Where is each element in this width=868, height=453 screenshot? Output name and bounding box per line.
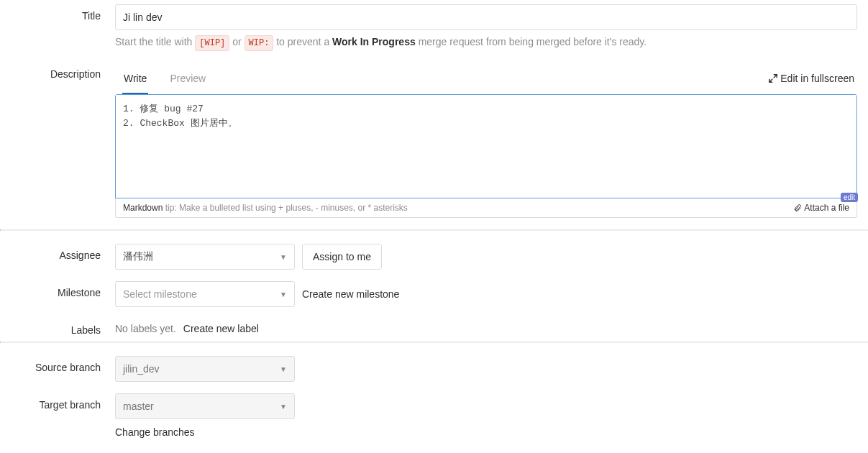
tab-preview[interactable]: Preview: [168, 63, 207, 94]
expand-icon: [769, 74, 777, 83]
milestone-select[interactable]: Select milestone ▼: [115, 281, 295, 307]
assignee-select[interactable]: 潘伟洲 ▼: [115, 244, 295, 270]
source-branch-label: Source branch: [0, 356, 115, 382]
title-input[interactable]: [115, 4, 857, 30]
chevron-down-icon: ▼: [280, 365, 287, 373]
attach-file-link[interactable]: Attach a file: [793, 203, 849, 213]
assign-to-me-button[interactable]: Assign to me: [302, 244, 382, 270]
chevron-down-icon: ▼: [280, 253, 287, 261]
tab-write[interactable]: Write: [122, 63, 148, 94]
target-branch-label: Target branch: [0, 393, 115, 438]
edit-badge: edit: [841, 193, 858, 202]
create-label-link[interactable]: Create new label: [183, 323, 259, 334]
title-hint: Start the title with [WIP] or WIP: to pr…: [115, 35, 857, 51]
chevron-down-icon: ▼: [280, 290, 287, 298]
assignee-label: Assignee: [0, 244, 115, 270]
edit-fullscreen-link[interactable]: Edit in fullscreen: [769, 73, 857, 84]
paperclip-icon: [793, 203, 802, 212]
labels-empty-text: No labels yet.: [115, 323, 176, 334]
change-branches-link[interactable]: Change branches: [115, 426, 195, 438]
target-branch-select[interactable]: master ▼: [115, 393, 295, 419]
milestone-label: Milestone: [0, 281, 115, 307]
markdown-link[interactable]: Markdown: [123, 203, 163, 213]
wip-pill-2: WIP:: [245, 35, 274, 51]
description-label: Description: [0, 63, 115, 218]
description-tabs: Write Preview: [115, 63, 207, 94]
markdown-tip: Markdown tip: Make a bulleted list using…: [123, 203, 408, 213]
source-branch-select[interactable]: jilin_dev ▼: [115, 356, 295, 382]
create-milestone-link[interactable]: Create new milestone: [302, 288, 399, 300]
wip-pill-1: [WIP]: [195, 35, 229, 51]
labels-label: Labels: [0, 319, 115, 336]
chevron-down-icon: ▼: [280, 403, 287, 411]
description-textarea[interactable]: [116, 95, 856, 196]
title-label: Title: [0, 4, 115, 51]
